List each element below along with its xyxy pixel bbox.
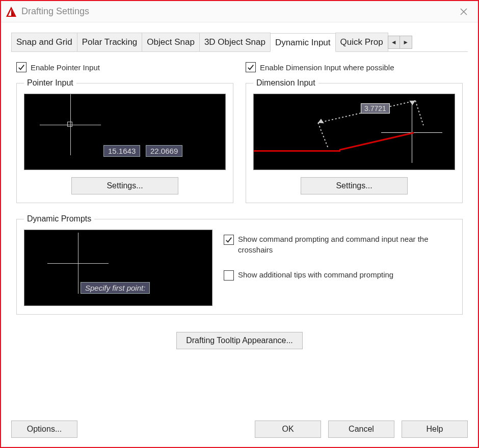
checkbox-icon: [224, 270, 234, 281]
show-command-prompting-checkbox[interactable]: Show command prompting and command input…: [224, 234, 455, 255]
checkbox-icon: [224, 235, 234, 245]
enable-pointer-input-checkbox[interactable]: Enable Pointer Input: [16, 62, 233, 72]
dynamic-prompts-legend: Dynamic Prompts: [24, 214, 94, 223]
dimension-input-group: Dimension Input: [246, 78, 463, 203]
pointer-input-legend: Pointer Input: [24, 78, 76, 88]
tab-polar-tracking[interactable]: Polar Tracking: [77, 33, 143, 51]
pointer-input-preview: 15.1643 22.0669: [24, 94, 226, 170]
drafting-tooltip-appearance-button[interactable]: Drafting Tooltip Appearance...: [176, 332, 303, 349]
show-command-prompting-label: Show command prompting and command input…: [238, 234, 455, 255]
tabs: Snap and Grid Polar Tracking Object Snap…: [11, 33, 468, 52]
titlebar: Drafting Settings: [1, 1, 478, 22]
cancel-button[interactable]: Cancel: [328, 421, 394, 438]
help-button[interactable]: Help: [402, 421, 468, 438]
dynamic-prompts-group: Dynamic Prompts Specify first point: Sho…: [16, 214, 463, 315]
pointer-input-group: Pointer Input 15.1643 22.0669 Settings..…: [16, 78, 233, 203]
enable-dimension-input-label: Enable Dimension Input where possible: [260, 63, 394, 72]
window-title: Drafting Settings: [21, 6, 454, 17]
options-button[interactable]: Options...: [11, 421, 77, 438]
checkbox-icon: [16, 62, 26, 72]
checkbox-icon: [246, 62, 256, 72]
tab-dynamic-input[interactable]: Dynamic Input: [270, 33, 336, 52]
autocad-icon: [5, 6, 17, 18]
close-button[interactable]: [454, 2, 474, 22]
tab-quick-properties[interactable]: Quick Prop: [335, 33, 388, 51]
dimension-value: 3.7721: [361, 103, 390, 114]
dimension-input-settings-button[interactable]: Settings...: [301, 177, 408, 194]
dynamic-prompts-preview: Specify first point:: [24, 230, 212, 306]
dimension-input-preview: 3.7721: [253, 94, 455, 170]
tab-3d-object-snap[interactable]: 3D Object Snap: [199, 33, 271, 51]
pointer-coord-y: 22.0669: [146, 145, 182, 157]
enable-dimension-input-checkbox[interactable]: Enable Dimension Input where possible: [246, 62, 463, 72]
pointer-coord-x: 15.1643: [103, 145, 140, 157]
tab-scroll-left[interactable]: ◄: [388, 36, 400, 49]
dimension-input-legend: Dimension Input: [253, 78, 318, 88]
drafting-settings-dialog: Drafting Settings Snap and Grid Polar Tr…: [0, 0, 479, 448]
tab-snap-and-grid[interactable]: Snap and Grid: [11, 33, 77, 51]
svg-line-7: [415, 101, 423, 125]
tab-content-dynamic-input: Enable Pointer Input Pointer Input 15.16…: [1, 52, 478, 414]
svg-marker-9: [409, 101, 415, 105]
svg-line-6: [318, 123, 328, 148]
svg-marker-8: [318, 119, 324, 123]
dialog-footer: Options... OK Cancel Help: [1, 414, 478, 447]
tab-object-snap[interactable]: Object Snap: [142, 33, 200, 51]
dynamic-prompt-text: Specify first point:: [81, 282, 150, 294]
show-additional-tips-checkbox[interactable]: Show additional tips with command prompt…: [224, 269, 455, 281]
tab-scroll-right[interactable]: ►: [400, 36, 412, 49]
pointer-input-settings-button[interactable]: Settings...: [71, 177, 178, 194]
enable-pointer-input-label: Enable Pointer Input: [31, 63, 100, 72]
ok-button[interactable]: OK: [255, 421, 321, 438]
show-additional-tips-label: Show additional tips with command prompt…: [238, 269, 393, 280]
